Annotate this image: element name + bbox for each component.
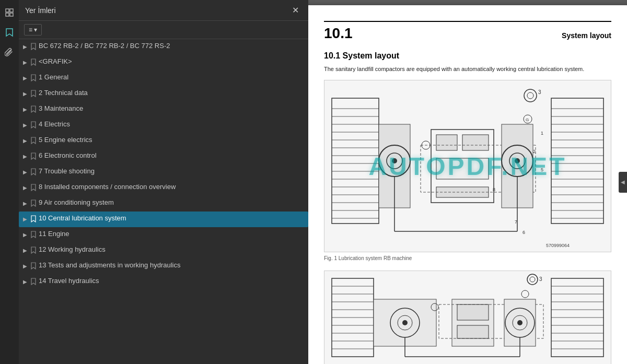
sidebar-item-12-working-hydraulics[interactable]: ▶12 Working hydraulics <box>19 243 308 259</box>
sidebar-item-13-tests-adjustments[interactable]: ▶13 Tests and adjustments in working hyd… <box>19 259 308 274</box>
sidebar-menu-button[interactable]: ≡ ▾ <box>24 24 42 36</box>
svg-text:3: 3 <box>538 89 541 95</box>
bookmark-icon <box>29 277 38 286</box>
svg-point-33 <box>515 158 520 163</box>
tree-arrow-icon: ▶ <box>21 136 29 145</box>
tree-arrow-icon: ▶ <box>21 74 29 82</box>
svg-rect-25 <box>436 135 457 150</box>
tree-label-text: 1 General <box>39 73 305 82</box>
bookmark-icon <box>29 230 38 239</box>
figure-2: 3 <box>324 271 611 365</box>
chevron-left-icon: ◀ <box>621 179 625 185</box>
menu-chevron-icon: ▾ <box>34 26 37 33</box>
tree-label-text: 9 Air conditioning system <box>39 198 305 207</box>
svg-text:570999064: 570999064 <box>546 243 570 248</box>
bookmark-icon <box>29 183 38 192</box>
bookmark-icon <box>29 152 38 160</box>
svg-point-87 <box>517 320 522 325</box>
svg-text:6: 6 <box>522 230 525 235</box>
svg-point-98 <box>527 274 538 285</box>
tree-arrow-icon: ▶ <box>21 199 29 207</box>
bookmark-icon <box>29 121 38 129</box>
sidebar-item-4-electrics[interactable]: ▶4 Electrics <box>19 118 308 133</box>
svg-rect-34 <box>551 98 603 224</box>
tree-label-text: 2 Technical data <box>39 89 305 98</box>
document-page: 10.1 System layout 10.1 System layout Th… <box>308 5 627 364</box>
section-title-right: System layout <box>562 31 611 40</box>
menu-icon: ≡ <box>29 26 32 33</box>
figure-1: 3 1 2 5 8 7 6 G 570999064 <box>324 80 611 252</box>
sidebar-item-3-maintenance[interactable]: ▶3 Maintenance <box>19 102 308 118</box>
sidebar-item-7-trouble-shooting[interactable]: ▶7 Trouble shooting <box>19 165 308 180</box>
svg-rect-1 <box>10 9 13 12</box>
svg-text:5: 5 <box>541 167 543 172</box>
svg-point-99 <box>530 277 535 282</box>
tree-label-text: <GRAFIK> <box>39 57 305 66</box>
sidebar-item-6-electronic-control[interactable]: ▶6 Electronic control <box>19 149 308 165</box>
sidebar-item-14-travel-hydraulics[interactable]: ▶14 Travel hydraulics <box>19 274 308 290</box>
bookmark-icon <box>29 168 38 176</box>
bookmarks-icon[interactable] <box>2 25 17 40</box>
tree-label-text: 12 Working hydraulics <box>39 245 305 254</box>
sidebar-icon-column <box>0 0 19 364</box>
bookmark-icon <box>29 42 38 51</box>
bookmark-icon <box>29 136 38 145</box>
sidebar-item-grafik[interactable]: ▶<GRAFIK> <box>19 55 308 71</box>
sidebar-header: Yer İmleri ✕ <box>19 0 308 21</box>
bookmark-icon <box>29 246 38 254</box>
pages-icon[interactable] <box>2 5 17 20</box>
tree-arrow-icon: ▶ <box>21 215 29 223</box>
sidebar-item-2-technical[interactable]: ▶2 Technical data <box>19 86 308 102</box>
sidebar-item-5-engine-electrics[interactable]: ▶5 Engine electrics <box>19 133 308 149</box>
sidebar-close-button[interactable]: ✕ <box>289 4 302 16</box>
attachments-icon[interactable] <box>2 45 17 60</box>
svg-rect-81 <box>457 304 489 320</box>
tree-label-text: 13 Tests and adjustments in working hydr… <box>39 261 305 270</box>
section-number: 10.1 <box>324 25 353 42</box>
svg-rect-26 <box>462 135 489 150</box>
main-content: 10.1 System layout 10.1 System layout Th… <box>308 0 627 364</box>
svg-rect-82 <box>457 325 489 338</box>
tree-arrow-icon: ▶ <box>21 277 29 286</box>
tree-arrow-icon: ▶ <box>21 42 29 51</box>
tree-label-text: 14 Travel hydraulics <box>39 277 305 286</box>
svg-text:2: 2 <box>533 149 536 154</box>
tree-arrow-icon: ▶ <box>21 230 29 239</box>
sidebar-toolbar: ≡ ▾ <box>19 21 308 39</box>
lubrication-diagram-2: 3 <box>327 273 609 362</box>
sidebar-item-9-air-conditioning[interactable]: ▶9 Air conditioning system <box>19 196 308 212</box>
section-heading: 10.1 System layout <box>324 51 611 61</box>
tree-label-text: 6 Electronic control <box>39 151 305 160</box>
lubrication-diagram-1: 3 1 2 5 8 7 6 G 570999064 <box>327 83 609 250</box>
sidebar-items-list: ▶BC 672 RB-2 / BC 772 RB-2 / BC 772 RS-2… <box>19 39 308 364</box>
sidebar-item-1-general[interactable]: ▶1 General <box>19 71 308 86</box>
tree-label-text: 4 Electrics <box>39 120 305 129</box>
sidebar-item-10-central-lubrication[interactable]: ▶10 Central lubrication system <box>19 212 308 227</box>
bookmark-icon <box>29 105 38 113</box>
sidebar-item-bc672[interactable]: ▶BC 672 RB-2 / BC 772 RB-2 / BC 772 RS-2 <box>19 39 308 55</box>
sidebar-collapse-handle[interactable]: ◀ <box>619 172 627 193</box>
svg-point-101 <box>521 290 529 298</box>
svg-point-50 <box>524 89 537 102</box>
tree-arrow-icon: ▶ <box>21 183 29 192</box>
svg-text:G: G <box>526 118 529 122</box>
svg-rect-0 <box>6 9 9 12</box>
bookmark-icon <box>29 199 38 207</box>
svg-point-79 <box>402 320 408 325</box>
sidebar-item-11-engine[interactable]: ▶11 Engine <box>19 227 308 243</box>
svg-rect-3 <box>10 13 13 16</box>
figure-1-caption: Fig. 1 Lubrication system RB machine <box>324 255 611 261</box>
sidebar-item-8-installed-components[interactable]: ▶8 Installed components / connection ove… <box>19 180 308 196</box>
tree-arrow-icon: ▶ <box>21 105 29 113</box>
bookmark-icon <box>29 58 38 66</box>
doc-header-line: 10.1 System layout <box>324 21 611 42</box>
sidebar-title: Yer İmleri <box>25 6 56 15</box>
bookmark-icon <box>29 89 38 98</box>
svg-text:3: 3 <box>539 276 542 282</box>
tree-label-text: 3 Maintenance <box>39 104 305 113</box>
tree-arrow-icon: ▶ <box>21 121 29 129</box>
sidebar-panel: Yer İmleri ✕ ≡ ▾ ▶BC 672 RB-2 / BC 772 R… <box>19 0 308 364</box>
tree-label-text: 7 Trouble shooting <box>39 167 305 176</box>
svg-rect-2 <box>6 13 9 16</box>
tree-label-text: 8 Installed components / connection over… <box>39 183 305 192</box>
